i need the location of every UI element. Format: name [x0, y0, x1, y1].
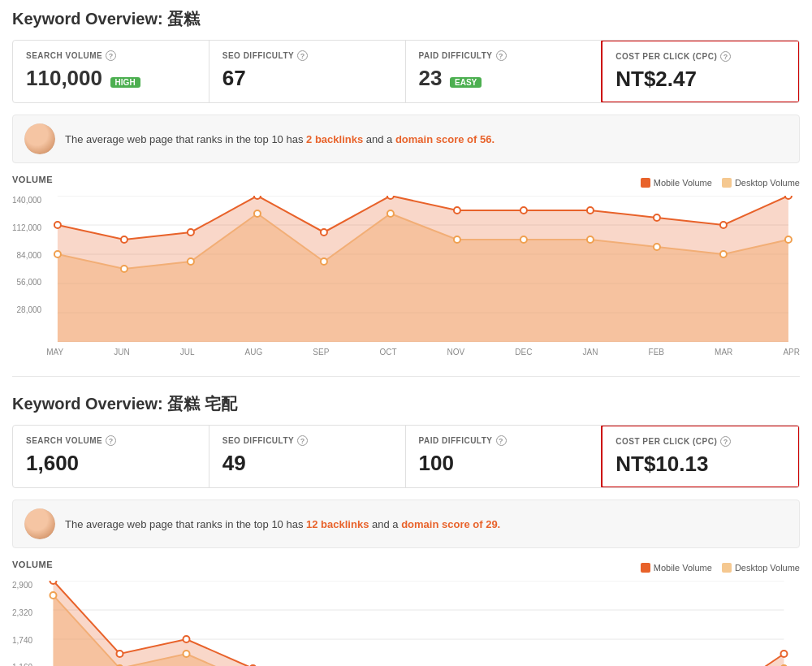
- insight-domain-2: domain score of 29.: [401, 518, 500, 530]
- section-divider: [12, 376, 800, 377]
- legend-mobile-dot-2: [641, 563, 650, 573]
- svg-point-18: [188, 258, 194, 265]
- cpc-info-icon-2[interactable]: ?: [720, 436, 731, 447]
- mobile-area-2: [54, 581, 784, 666]
- mobile-dot-1: [54, 222, 61, 228]
- avatar-1: [24, 123, 55, 154]
- paid-difficulty-info-icon-2[interactable]: ?: [496, 435, 507, 446]
- chart-section-1: VOLUME Mobile Volume Desktop Volume 140,…: [12, 175, 800, 357]
- search-volume-label-1: SEARCH VOLUME: [26, 51, 102, 60]
- chart-label-2: VOLUME: [12, 560, 53, 569]
- seo-difficulty-info-icon-2[interactable]: ?: [297, 435, 308, 446]
- chart-svg-2: [37, 581, 800, 666]
- svg-point-26: [720, 251, 727, 257]
- paid-difficulty-info-icon-1[interactable]: ?: [496, 50, 507, 61]
- svg-point-7: [188, 229, 194, 236]
- chart-legend-1: Mobile Volume Desktop Volume: [641, 178, 800, 188]
- search-volume-label-2: SEARCH VOLUME: [26, 436, 102, 445]
- svg-point-45: [781, 651, 788, 657]
- search-volume-value-2: 1,600: [26, 451, 196, 476]
- chart-legend-2: Mobile Volume Desktop Volume: [641, 563, 800, 573]
- search-volume-value-1: 110,000 HIGH: [26, 66, 196, 91]
- page-title-2: Keyword Overview: 蛋糕 宅配: [12, 393, 800, 415]
- insight-domain-1: domain score of 56.: [395, 133, 495, 145]
- svg-point-20: [321, 258, 327, 265]
- search-volume-badge-1: HIGH: [110, 77, 140, 88]
- insight-bar-2: The average web page that ranks in the t…: [12, 500, 800, 548]
- cpc-info-icon-1[interactable]: ?: [720, 51, 731, 62]
- chart-svg-container-1: MAYJUNJULAUGSEPOCTNOVDECJANFEBMARAPR: [46, 196, 800, 357]
- cpc-label-1: COST PER CLICK (CPC): [615, 52, 717, 61]
- cpc-value-2: NT$10.13: [615, 452, 785, 477]
- svg-point-11: [454, 207, 460, 214]
- legend-mobile-label-2: Mobile Volume: [654, 563, 712, 573]
- legend-desktop-1: Desktop Volume: [722, 178, 800, 188]
- insight-backlinks-2: 12 backlinks: [306, 518, 369, 530]
- desktop-dot-1: [54, 251, 61, 257]
- cpc-label-2: COST PER CLICK (CPC): [615, 437, 717, 446]
- chart-label-1: VOLUME: [12, 175, 53, 184]
- chart-svg-container-2: MAYJUNJULAUGSEPOCTNOVDECJANFEBMARAPR: [37, 581, 800, 666]
- svg-point-24: [587, 236, 594, 243]
- svg-point-36: [184, 636, 190, 642]
- legend-mobile-label-1: Mobile Volume: [654, 178, 712, 188]
- y-axis-1: 140,000 112,000 84,000 56,000 28,000: [12, 196, 46, 342]
- x-axis-1: MAYJUNJULAUGSEPOCTNOVDECJANFEBMARAPR: [46, 344, 800, 357]
- metric-seo-difficulty-1: SEO DIFFICULTY ? 67: [209, 41, 406, 102]
- insight-text-2: The average web page that ranks in the t…: [65, 518, 500, 530]
- metric-search-volume-2: SEARCH VOLUME ? 1,600: [13, 426, 209, 487]
- legend-desktop-dot-2: [722, 563, 732, 573]
- cpc-value-1: NT$2.47: [615, 67, 785, 92]
- svg-point-35: [117, 651, 123, 657]
- legend-desktop-label-2: Desktop Volume: [735, 563, 800, 573]
- svg-point-25: [654, 244, 660, 250]
- legend-mobile-1: Mobile Volume: [641, 178, 712, 188]
- svg-point-14: [654, 214, 660, 221]
- metric-search-volume-1: SEARCH VOLUME ? 110,000 HIGH: [13, 41, 209, 102]
- avatar-image-1: [24, 123, 55, 154]
- chart-svg-1: [46, 196, 800, 342]
- seo-difficulty-info-icon-1[interactable]: ?: [297, 50, 308, 61]
- y-axis-2: 2,900 2,320 1,740 1,160 580: [12, 581, 37, 666]
- svg-point-46: [50, 592, 57, 599]
- svg-point-9: [321, 229, 327, 236]
- avatar-2: [24, 508, 55, 539]
- metrics-row-1: SEARCH VOLUME ? 110,000 HIGH SEO DIFFICU…: [12, 40, 800, 103]
- seo-difficulty-value-2: 49: [222, 451, 392, 476]
- svg-point-23: [520, 236, 527, 243]
- svg-point-16: [785, 196, 792, 199]
- svg-point-48: [184, 651, 190, 657]
- paid-difficulty-badge-1: EASY: [450, 77, 482, 88]
- legend-desktop-label-1: Desktop Volume: [735, 178, 800, 188]
- seo-difficulty-value-1: 67: [222, 66, 392, 91]
- metric-cpc-2: COST PER CLICK (CPC) ? NT$10.13: [601, 425, 800, 488]
- svg-point-15: [720, 222, 727, 228]
- legend-mobile-2: Mobile Volume: [641, 563, 712, 573]
- svg-point-13: [587, 207, 594, 214]
- insight-backlinks-1: 2 backlinks: [306, 133, 363, 145]
- svg-point-19: [254, 210, 261, 217]
- search-volume-info-icon-1[interactable]: ?: [106, 50, 116, 61]
- svg-point-21: [387, 210, 394, 217]
- paid-difficulty-value-2: 100: [419, 451, 589, 476]
- svg-point-34: [50, 581, 57, 584]
- svg-point-6: [121, 236, 127, 243]
- avatar-image-2: [24, 508, 55, 539]
- search-volume-info-icon-2[interactable]: ?: [106, 435, 116, 446]
- svg-point-17: [121, 266, 127, 272]
- metrics-row-2: SEARCH VOLUME ? 1,600 SEO DIFFICULTY ? 4…: [12, 425, 800, 488]
- legend-desktop-2: Desktop Volume: [722, 563, 800, 573]
- paid-difficulty-value-1: 23 EASY: [419, 66, 589, 91]
- metric-seo-difficulty-2: SEO DIFFICULTY ? 49: [209, 426, 406, 487]
- legend-mobile-dot-1: [641, 178, 650, 188]
- paid-difficulty-label-1: PAID DIFFICULTY: [419, 51, 493, 60]
- seo-difficulty-label-1: SEO DIFFICULTY: [222, 51, 294, 60]
- mobile-area-1: [58, 196, 788, 342]
- svg-point-27: [785, 236, 792, 243]
- svg-point-10: [387, 196, 394, 199]
- chart-wrap-1: 140,000 112,000 84,000 56,000 28,000: [12, 196, 800, 357]
- insight-bar-1: The average web page that ranks in the t…: [12, 115, 800, 163]
- metric-paid-difficulty-1: PAID DIFFICULTY ? 23 EASY: [406, 41, 603, 102]
- svg-point-8: [254, 196, 261, 199]
- page-title-1: Keyword Overview: 蛋糕: [12, 8, 800, 30]
